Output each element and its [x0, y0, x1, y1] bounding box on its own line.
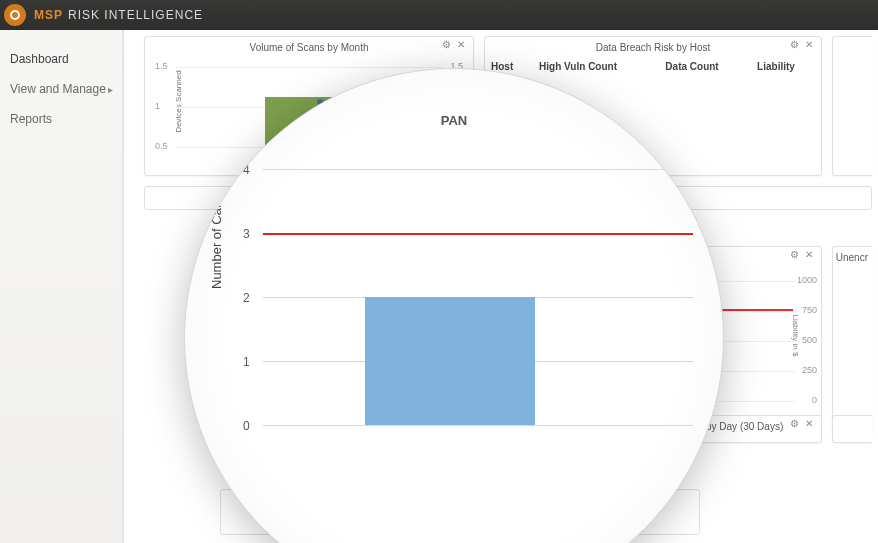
brand-logo-icon — [4, 4, 26, 26]
y-tick: 0 — [812, 395, 817, 405]
y-right-axis-label: Liability in $ — [792, 315, 801, 357]
gear-icon[interactable]: ⚙ — [442, 40, 452, 50]
sidebar-item-view-manage[interactable]: View and Manage ▸ — [0, 74, 123, 104]
y-tick: 3 — [243, 227, 250, 241]
y-tick: 1 — [243, 355, 250, 369]
widget-cropped-3 — [832, 415, 872, 443]
y-tick: 0.5 — [155, 141, 168, 151]
gear-icon[interactable]: ⚙ — [790, 419, 800, 429]
close-icon[interactable]: ✕ — [805, 250, 815, 260]
y-tick: 250 — [802, 365, 817, 375]
y-tick: 500 — [802, 335, 817, 345]
y-tick: 2 — [243, 291, 250, 305]
y-tick: 0 — [243, 419, 250, 433]
brand-name-2: RISK INTELLIGENCE — [68, 8, 203, 22]
sidebar-item-label: Reports — [10, 112, 52, 126]
y-left-axis-label: Devices Scanned — [174, 70, 183, 132]
widget-title: Unencr — [836, 252, 868, 263]
pan-cards-chart: PAN Number of Cards Found 4 3 2 1 0 — [215, 169, 693, 527]
gear-icon[interactable]: ⚙ — [790, 40, 800, 50]
col-data-count: Data Count — [659, 57, 751, 76]
widget-cropped-1 — [832, 36, 872, 176]
col-liability: Liability — [751, 57, 821, 76]
close-icon[interactable]: ✕ — [805, 419, 815, 429]
sidebar-item-label: View and Manage — [10, 82, 106, 96]
y-tick: 1.5 — [155, 61, 168, 71]
widget-unencrypted-cropped: Unencr — [832, 246, 872, 426]
y-tick: 1000 — [797, 275, 817, 285]
brand-name-1: MSP — [34, 8, 63, 22]
sidebar-item-label: Dashboard — [10, 52, 69, 66]
sidebar-item-reports[interactable]: Reports — [0, 104, 123, 134]
gear-icon[interactable]: ⚙ — [790, 250, 800, 260]
sidebar-item-dashboard[interactable]: Dashboard — [0, 44, 123, 74]
threshold-line — [263, 233, 693, 235]
main-area: Volume of Scans by Month ⚙ ✕ Devices Sca… — [124, 30, 878, 543]
close-icon[interactable]: ✕ — [457, 40, 467, 50]
y-tick: 750 — [802, 305, 817, 315]
close-icon[interactable]: ✕ — [805, 40, 815, 50]
widget-title: Volume of Scans by Month — [250, 42, 369, 53]
col-high-vuln: High Vuln Count — [533, 57, 659, 76]
chevron-right-icon: ▸ — [108, 84, 113, 95]
sidebar: Dashboard View and Manage ▸ Reports — [0, 30, 124, 543]
breach-table: Host High Vuln Count Data Count Liabilit… — [485, 57, 821, 76]
bar-jcb — [365, 297, 535, 425]
table-header-row: Host High Vuln Count Data Count Liabilit… — [485, 57, 821, 76]
app-header: MSP RISK INTELLIGENCE — [0, 0, 878, 30]
widget-title: Data Breach Risk by Host — [596, 42, 711, 53]
y-tick: 1 — [155, 101, 160, 111]
